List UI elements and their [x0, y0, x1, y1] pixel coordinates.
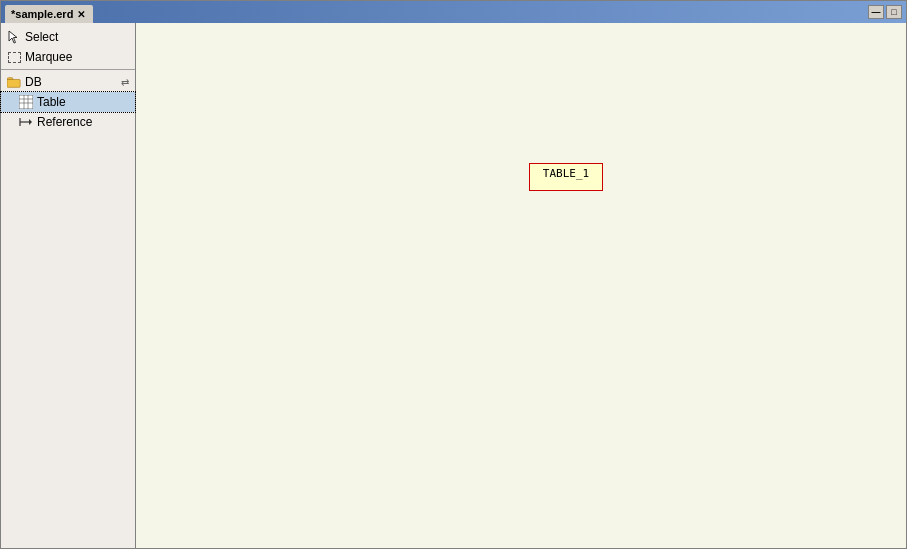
table-node-label: TABLE_1 — [530, 164, 602, 183]
title-bar: *sample.erd ✕ — □ — [1, 1, 906, 23]
reference-icon — [19, 115, 33, 129]
tab-close-icon[interactable]: ✕ — [77, 9, 85, 20]
table-node[interactable]: TABLE_1 — [529, 163, 603, 191]
svg-rect-2 — [19, 95, 33, 109]
sidebar-item-table[interactable]: Table — [1, 92, 135, 112]
svg-marker-0 — [9, 31, 17, 43]
marquee-label: Marquee — [25, 50, 72, 64]
sidebar-item-marquee[interactable]: Marquee — [1, 47, 135, 67]
db-left: DB — [7, 75, 42, 89]
select-label: Select — [25, 30, 58, 44]
window-controls: — □ — [868, 5, 902, 19]
canvas-area[interactable]: TABLE_1 — [136, 23, 906, 548]
svg-rect-1 — [7, 79, 20, 87]
tab-label: *sample.erd — [11, 8, 73, 20]
folder-icon — [7, 75, 21, 89]
sidebar-item-select[interactable]: Select — [1, 27, 135, 47]
select-icon — [7, 30, 21, 44]
sidebar-item-reference[interactable]: Reference — [1, 112, 135, 132]
reference-label: Reference — [37, 115, 92, 129]
table-icon — [19, 95, 33, 109]
svg-marker-8 — [29, 119, 32, 125]
sidebar-item-db[interactable]: DB ⇄ — [1, 72, 135, 92]
editor-tab[interactable]: *sample.erd ✕ — [5, 5, 93, 23]
main-window: *sample.erd ✕ — □ Select — [0, 0, 907, 549]
maximize-button[interactable]: □ — [886, 5, 902, 19]
sidebar: Select Marquee — [1, 23, 136, 548]
sidebar-divider — [1, 69, 135, 70]
marquee-icon — [7, 50, 21, 64]
main-content: Select Marquee — [1, 23, 906, 548]
title-bar-text: *sample.erd ✕ — [5, 1, 868, 23]
db-label: DB — [25, 75, 42, 89]
db-collapse-icon: ⇄ — [121, 77, 129, 88]
table-label: Table — [37, 95, 66, 109]
minimize-button[interactable]: — — [868, 5, 884, 19]
